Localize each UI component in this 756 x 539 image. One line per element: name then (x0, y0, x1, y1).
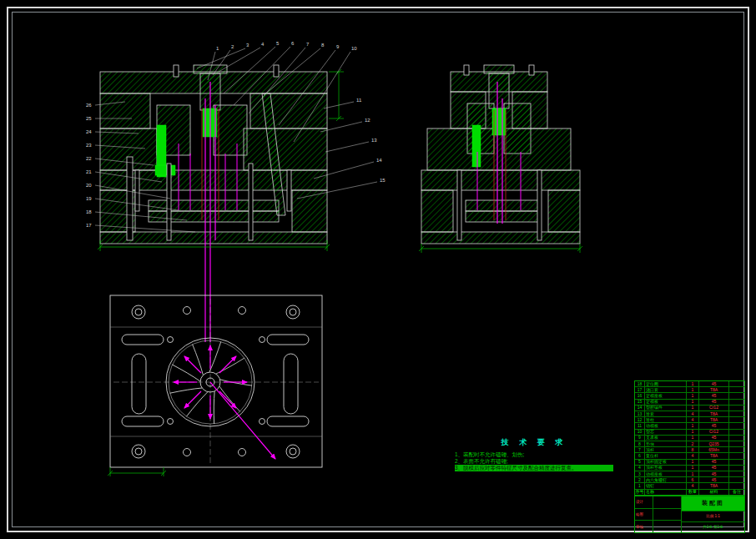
title-block-signatures: 设计 绘图 审核 (635, 496, 682, 532)
parts-list-cell: T8A (699, 411, 729, 416)
parts-list-row: 15定模板145 (635, 400, 744, 406)
parts-list-cell: 14 (635, 406, 645, 411)
parts-list-header: 序号名称数量材料备注 (635, 490, 744, 495)
parts-list-cell: 4 (687, 417, 699, 422)
parts-list-cell: 动模座板 (645, 471, 687, 476)
parts-list-cell: 复位杆 (645, 453, 687, 458)
spacer-block-left[interactable] (421, 190, 453, 232)
parts-list-cell: 45 (699, 460, 729, 465)
parts-list-cell: 动模板 (645, 423, 687, 428)
parts-list-cell (729, 453, 744, 458)
parts-list-cell: 垫块 (645, 441, 687, 446)
parts-list-cell: 2 (635, 477, 645, 482)
plan-view-dimension (108, 467, 166, 476)
mold-plate-outline[interactable] (110, 295, 322, 467)
parts-list-row: 7顶杆865Mn (635, 447, 744, 453)
parts-list-cell (729, 381, 744, 386)
parts-list-cell: 型芯 (645, 430, 687, 435)
parts-list-cell (729, 441, 744, 446)
parts-list-cell: T8A (699, 453, 729, 458)
parts-list-cell: 2 (687, 441, 699, 446)
svg-text:12: 12 (365, 118, 370, 123)
parts-list-cell: T8A (699, 387, 729, 392)
guide-pillar-holes[interactable] (132, 305, 300, 458)
bottom-clamp-plate[interactable] (100, 232, 327, 244)
parts-list-cell: Cr12 (699, 430, 729, 435)
parts-list-cell: 45 (699, 471, 729, 476)
parts-list-cell: 17 (635, 387, 645, 392)
screw-head (274, 65, 279, 77)
parts-list-cell: 4 (635, 466, 645, 471)
cooling-slots[interactable] (122, 335, 309, 426)
cavity-plate-left[interactable] (100, 93, 150, 128)
support-plate[interactable] (421, 170, 580, 190)
svg-text:13: 13 (371, 138, 377, 143)
parts-list-cell: 12 (635, 417, 645, 422)
parts-list-cell: 45 (699, 393, 729, 398)
parts-list-cell (729, 387, 744, 392)
cad-drawing-sheet: 1 2 3 4 5 6 7 8 9 10 11 12 13 14 15 26 2… (0, 0, 756, 539)
parts-list-cell: 18 (635, 381, 645, 386)
parts-list-row: 4顶杆垫板145 (635, 466, 744, 471)
svg-text:10: 10 (351, 46, 357, 51)
bottom-clamp-plate[interactable] (421, 232, 580, 244)
parts-list-cell: 13 (635, 411, 645, 416)
parts-list-table[interactable]: 18定位圈14517浇口套1T8A16定模座板14515定模板14514型腔镶件… (634, 380, 745, 496)
parts-list-cell: 8 (687, 447, 699, 452)
parts-list-cell: 45 (699, 400, 729, 405)
cavity-plate-right[interactable] (250, 93, 327, 128)
parts-list-cell: 5 (635, 460, 645, 465)
parts-list-cell: 4 (687, 483, 699, 488)
support-plate[interactable] (100, 170, 327, 190)
parts-list-cell: 45 (699, 436, 729, 441)
svg-text:2: 2 (231, 44, 234, 49)
parts-list-cell: 1 (687, 387, 699, 392)
parts-list-cell: 45 (699, 381, 729, 386)
side-section-view[interactable] (421, 65, 580, 244)
parts-list-row: 5顶杆固定板145 (635, 460, 744, 466)
parts-list-cell: 16 (635, 393, 645, 398)
plan-view[interactable] (108, 295, 322, 476)
front-section-view[interactable] (100, 65, 327, 244)
parts-list-cell (729, 471, 744, 476)
parts-list-cell (729, 436, 744, 441)
drawing-title[interactable]: 装配图 (682, 496, 744, 511)
parts-list-cell (729, 430, 744, 435)
parts-list-cell (729, 483, 744, 488)
parts-list-cell: 材料 (699, 490, 729, 495)
parts-list-cell: 导柱 (645, 417, 687, 422)
core-plate-right[interactable] (244, 128, 327, 170)
parts-list-cell: 45 (699, 477, 729, 482)
parts-list-cell (729, 400, 744, 405)
tech-requirement-item: 3、脱模后应对零件特征尺寸及配合精度进行复查。 (455, 465, 613, 471)
spacer-block-right[interactable] (548, 190, 580, 232)
parts-list-row: 12导柱4T8A (635, 417, 744, 423)
parts-list-row: 1销钉4T8A (635, 483, 744, 489)
parts-list-row: 6复位杆4T8A (635, 453, 744, 459)
parts-list-row: 14型腔镶件1Cr12 (635, 406, 744, 411)
parts-list-cell (729, 393, 744, 398)
svg-text:20: 20 (86, 183, 92, 188)
screw-head (529, 65, 534, 75)
screw-head (464, 65, 469, 75)
title-block-value (653, 496, 681, 508)
title-block[interactable]: 设计 绘图 审核 装配图 比例 1:1 共1张 第1张 (634, 496, 745, 533)
svg-text:5: 5 (276, 41, 280, 46)
parts-list-cell (729, 460, 744, 465)
title-block-value (653, 521, 681, 532)
side-view-dimensions (419, 244, 582, 253)
parts-list-row: 17浇口套1T8A (635, 387, 744, 393)
parts-list-cell (729, 447, 744, 452)
screw-holes (168, 307, 265, 456)
parts-list-row: 10型芯1Cr12 (635, 430, 744, 436)
drawing-scale: 比例 1:1 (682, 511, 744, 522)
parts-list-cell: 数量 (687, 490, 699, 495)
ejector-base-plate[interactable] (466, 211, 541, 222)
parts-list-rows: 18定位圈14517浇口套1T8A16定模座板14515定模板14514型腔镶件… (635, 381, 744, 495)
parts-list-row: 9支承板145 (635, 436, 744, 441)
spacer-block-right[interactable] (292, 190, 327, 232)
parts-list-cell: 1 (687, 393, 699, 398)
tech-requirements-list: 1、装配时不允许磕碰、划伤;2、表面不允许有磕碰;3、脱模后应对零件特征尺寸及配… (455, 451, 613, 471)
title-block-label: 绘图 (635, 509, 653, 521)
parts-list-cell: 8 (635, 441, 645, 446)
